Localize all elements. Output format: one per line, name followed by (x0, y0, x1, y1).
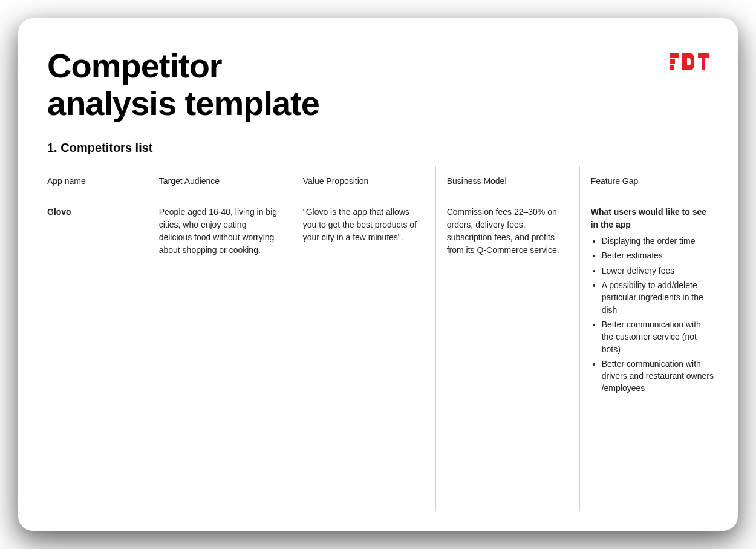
cell-feature-gap: What users would like to see in the app … (579, 196, 738, 511)
competitors-table: App name Target Audience Value Propositi… (18, 166, 738, 511)
list-item: Better communication with drivers and re… (602, 358, 714, 395)
header-row: Competitor analysis template (18, 47, 738, 122)
col-header-app-name: App name (18, 166, 148, 196)
page-title: Competitor analysis template (47, 47, 319, 122)
feature-gap-list: Displaying the order time Better estimat… (591, 235, 714, 395)
cell-value-proposition: "Glovo is the app that allows you to get… (292, 196, 435, 511)
cell-business-model: Commission fees 22–30% on orders, delive… (435, 196, 579, 511)
cell-app-name: Glovo (18, 196, 148, 511)
feature-gap-title: What users would like to see in the app (591, 206, 714, 231)
svg-rect-5 (702, 58, 705, 70)
col-header-feature-gap: Feature Gap (579, 166, 738, 196)
list-item: A possibility to add/delete particular i… (602, 279, 714, 316)
svg-rect-3 (682, 53, 687, 70)
app-name-text: Glovo (47, 207, 71, 217)
table-row: Glovo People aged 16-40, living in big c… (18, 196, 738, 511)
svg-rect-4 (698, 53, 709, 58)
list-item: Displaying the order time (602, 235, 714, 247)
cell-target-audience: People aged 16-40, living in big cities,… (148, 196, 292, 511)
brand-logo (670, 53, 709, 73)
col-header-business-model: Business Model (435, 166, 579, 196)
list-item: Lower delivery fees (602, 265, 714, 277)
list-item: Better estimates (602, 249, 714, 261)
table-header-row: App name Target Audience Value Propositi… (18, 166, 738, 196)
svg-rect-2 (670, 65, 674, 70)
document-card: Competitor analysis template 1. (18, 18, 738, 531)
title-line2: analysis template (47, 84, 319, 122)
table-wrapper: App name Target Audience Value Propositi… (18, 166, 738, 511)
list-item: Better communication with the customer s… (602, 318, 714, 355)
col-header-target-audience: Target Audience (148, 166, 292, 196)
svg-rect-0 (670, 53, 679, 58)
svg-rect-1 (670, 59, 675, 64)
section-title: 1. Competitors list (18, 141, 738, 155)
col-header-value-proposition: Value Proposition (292, 166, 435, 196)
title-line1: Competitor (47, 47, 222, 85)
